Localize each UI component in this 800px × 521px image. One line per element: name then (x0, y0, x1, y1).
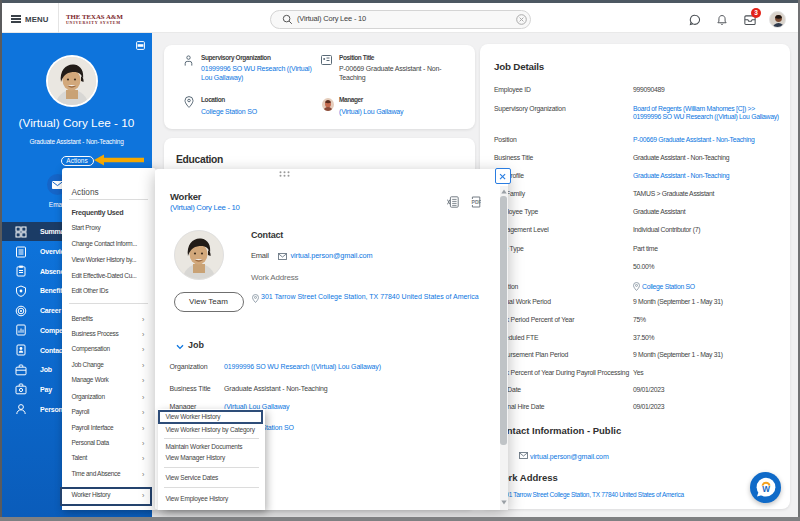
svg-text:W: W (762, 485, 770, 494)
svg-text:PDF: PDF (472, 199, 481, 205)
